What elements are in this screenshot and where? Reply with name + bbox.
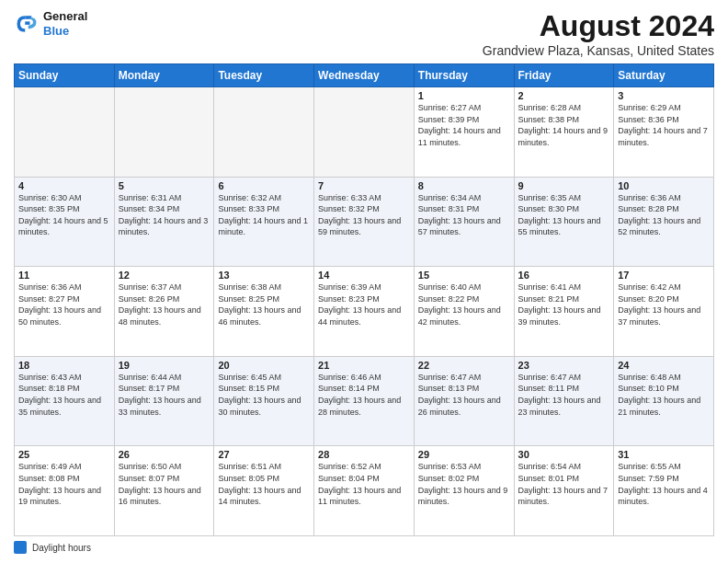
day-info: Sunrise: 6:51 AM Sunset: 8:05 PM Dayligh…	[218, 461, 310, 507]
calendar-cell: 22Sunrise: 6:47 AM Sunset: 8:13 PM Dayli…	[414, 356, 514, 446]
day-info: Sunrise: 6:52 AM Sunset: 8:04 PM Dayligh…	[318, 461, 410, 507]
calendar-cell: 9Sunrise: 6:35 AM Sunset: 8:30 PM Daylig…	[514, 177, 614, 267]
day-number: 11	[18, 270, 110, 281]
day-number: 31	[618, 449, 710, 460]
calendar-cell: 2Sunrise: 6:28 AM Sunset: 8:38 PM Daylig…	[514, 87, 614, 178]
logo-icon	[14, 11, 40, 37]
calendar-week-row: 25Sunrise: 6:49 AM Sunset: 8:08 PM Dayli…	[15, 446, 714, 536]
calendar-cell: 30Sunrise: 6:54 AM Sunset: 8:01 PM Dayli…	[514, 446, 614, 536]
day-info: Sunrise: 6:30 AM Sunset: 8:35 PM Dayligh…	[18, 192, 110, 238]
day-info: Sunrise: 6:49 AM Sunset: 8:08 PM Dayligh…	[18, 461, 110, 507]
calendar-cell: 21Sunrise: 6:46 AM Sunset: 8:14 PM Dayli…	[314, 356, 415, 446]
day-info: Sunrise: 6:50 AM Sunset: 8:07 PM Dayligh…	[119, 461, 210, 507]
day-number: 6	[218, 180, 310, 191]
calendar-cell: 25Sunrise: 6:49 AM Sunset: 8:08 PM Dayli…	[15, 446, 115, 536]
day-info: Sunrise: 6:53 AM Sunset: 8:02 PM Dayligh…	[418, 461, 510, 507]
calendar-cell: 1Sunrise: 6:27 AM Sunset: 8:39 PM Daylig…	[414, 87, 514, 178]
day-info: Sunrise: 6:40 AM Sunset: 8:22 PM Dayligh…	[418, 282, 510, 327]
day-info: Sunrise: 6:29 AM Sunset: 8:36 PM Dayligh…	[618, 102, 710, 148]
subtitle: Grandview Plaza, Kansas, United States	[483, 43, 714, 58]
calendar-cell: 23Sunrise: 6:47 AM Sunset: 8:11 PM Dayli…	[514, 356, 614, 446]
day-info: Sunrise: 6:46 AM Sunset: 8:14 PM Dayligh…	[318, 372, 410, 418]
calendar-day-header: Wednesday	[314, 64, 415, 87]
day-number: 9	[518, 180, 610, 191]
calendar-week-row: 11Sunrise: 6:36 AM Sunset: 8:27 PM Dayli…	[15, 267, 714, 357]
calendar-cell	[314, 87, 415, 178]
day-info: Sunrise: 6:36 AM Sunset: 8:28 PM Dayligh…	[618, 192, 710, 238]
calendar-cell: 26Sunrise: 6:50 AM Sunset: 8:07 PM Dayli…	[114, 446, 214, 536]
day-number: 28	[318, 449, 410, 460]
day-number: 21	[318, 360, 410, 371]
calendar-cell: 12Sunrise: 6:37 AM Sunset: 8:26 PM Dayli…	[114, 267, 214, 357]
title-block: August 2024 Grandview Plaza, Kansas, Uni…	[483, 9, 714, 58]
calendar-cell: 15Sunrise: 6:40 AM Sunset: 8:22 PM Dayli…	[414, 267, 514, 357]
day-info: Sunrise: 6:34 AM Sunset: 8:31 PM Dayligh…	[418, 192, 510, 238]
page: General Blue August 2024 Grandview Plaza…	[0, 0, 728, 563]
calendar-cell: 27Sunrise: 6:51 AM Sunset: 8:05 PM Dayli…	[214, 446, 314, 536]
day-number: 10	[618, 180, 710, 191]
day-info: Sunrise: 6:44 AM Sunset: 8:17 PM Dayligh…	[119, 372, 210, 418]
calendar-cell: 24Sunrise: 6:48 AM Sunset: 8:10 PM Dayli…	[614, 356, 714, 446]
calendar-week-row: 18Sunrise: 6:43 AM Sunset: 8:18 PM Dayli…	[15, 356, 714, 446]
calendar-cell: 14Sunrise: 6:39 AM Sunset: 8:23 PM Dayli…	[314, 267, 415, 357]
calendar-cell: 11Sunrise: 6:36 AM Sunset: 8:27 PM Dayli…	[15, 267, 115, 357]
calendar-day-header: Monday	[114, 64, 214, 87]
calendar-cell: 28Sunrise: 6:52 AM Sunset: 8:04 PM Dayli…	[314, 446, 415, 536]
day-info: Sunrise: 6:43 AM Sunset: 8:18 PM Dayligh…	[18, 372, 110, 418]
day-info: Sunrise: 6:47 AM Sunset: 8:13 PM Dayligh…	[418, 372, 510, 418]
calendar-cell	[15, 87, 115, 178]
day-number: 4	[18, 180, 110, 191]
calendar-day-header: Tuesday	[214, 64, 314, 87]
day-number: 13	[218, 270, 310, 281]
logo-text: General Blue	[43, 9, 87, 38]
day-info: Sunrise: 6:28 AM Sunset: 8:38 PM Dayligh…	[518, 102, 610, 148]
calendar-day-header: Sunday	[15, 64, 115, 87]
day-info: Sunrise: 6:54 AM Sunset: 8:01 PM Dayligh…	[518, 461, 610, 507]
day-number: 18	[18, 360, 110, 371]
calendar-table: SundayMondayTuesdayWednesdayThursdayFrid…	[14, 63, 714, 536]
day-info: Sunrise: 6:47 AM Sunset: 8:11 PM Dayligh…	[518, 372, 610, 418]
logo: General Blue	[14, 9, 87, 38]
calendar-day-header: Saturday	[614, 64, 714, 87]
day-info: Sunrise: 6:42 AM Sunset: 8:20 PM Dayligh…	[618, 282, 710, 327]
day-number: 16	[518, 270, 610, 281]
calendar-cell: 7Sunrise: 6:33 AM Sunset: 8:32 PM Daylig…	[314, 177, 415, 267]
day-number: 15	[418, 270, 510, 281]
calendar-cell: 6Sunrise: 6:32 AM Sunset: 8:33 PM Daylig…	[214, 177, 314, 267]
day-number: 17	[618, 270, 710, 281]
calendar-header-row: SundayMondayTuesdayWednesdayThursdayFrid…	[15, 64, 714, 87]
day-number: 25	[18, 449, 110, 460]
day-number: 23	[518, 360, 610, 371]
day-number: 20	[218, 360, 310, 371]
day-info: Sunrise: 6:45 AM Sunset: 8:15 PM Dayligh…	[218, 372, 310, 418]
calendar-cell: 16Sunrise: 6:41 AM Sunset: 8:21 PM Dayli…	[514, 267, 614, 357]
calendar-cell: 5Sunrise: 6:31 AM Sunset: 8:34 PM Daylig…	[114, 177, 214, 267]
calendar-cell: 8Sunrise: 6:34 AM Sunset: 8:31 PM Daylig…	[414, 177, 514, 267]
day-number: 2	[518, 90, 610, 101]
calendar-cell: 4Sunrise: 6:30 AM Sunset: 8:35 PM Daylig…	[15, 177, 115, 267]
day-number: 29	[418, 449, 510, 460]
calendar-week-row: 1Sunrise: 6:27 AM Sunset: 8:39 PM Daylig…	[15, 87, 714, 178]
day-number: 22	[418, 360, 510, 371]
calendar-cell: 18Sunrise: 6:43 AM Sunset: 8:18 PM Dayli…	[15, 356, 115, 446]
day-info: Sunrise: 6:38 AM Sunset: 8:25 PM Dayligh…	[218, 282, 310, 327]
calendar-cell: 31Sunrise: 6:55 AM Sunset: 7:59 PM Dayli…	[614, 446, 714, 536]
calendar-day-header: Thursday	[414, 64, 514, 87]
calendar-cell	[114, 87, 214, 178]
day-info: Sunrise: 6:41 AM Sunset: 8:21 PM Dayligh…	[518, 282, 610, 327]
calendar-week-row: 4Sunrise: 6:30 AM Sunset: 8:35 PM Daylig…	[15, 177, 714, 267]
day-number: 19	[119, 360, 210, 371]
day-number: 1	[418, 90, 510, 101]
header: General Blue August 2024 Grandview Plaza…	[14, 9, 714, 58]
legend-label: Daylight hours	[32, 543, 91, 553]
day-info: Sunrise: 6:39 AM Sunset: 8:23 PM Dayligh…	[318, 282, 410, 327]
day-info: Sunrise: 6:37 AM Sunset: 8:26 PM Dayligh…	[119, 282, 210, 327]
legend: Daylight hours	[14, 541, 714, 554]
calendar-cell: 17Sunrise: 6:42 AM Sunset: 8:20 PM Dayli…	[614, 267, 714, 357]
calendar-cell: 10Sunrise: 6:36 AM Sunset: 8:28 PM Dayli…	[614, 177, 714, 267]
day-info: Sunrise: 6:35 AM Sunset: 8:30 PM Dayligh…	[518, 192, 610, 238]
day-info: Sunrise: 6:48 AM Sunset: 8:10 PM Dayligh…	[618, 372, 710, 418]
calendar-day-header: Friday	[514, 64, 614, 87]
day-info: Sunrise: 6:27 AM Sunset: 8:39 PM Dayligh…	[418, 102, 510, 148]
calendar-cell: 3Sunrise: 6:29 AM Sunset: 8:36 PM Daylig…	[614, 87, 714, 178]
